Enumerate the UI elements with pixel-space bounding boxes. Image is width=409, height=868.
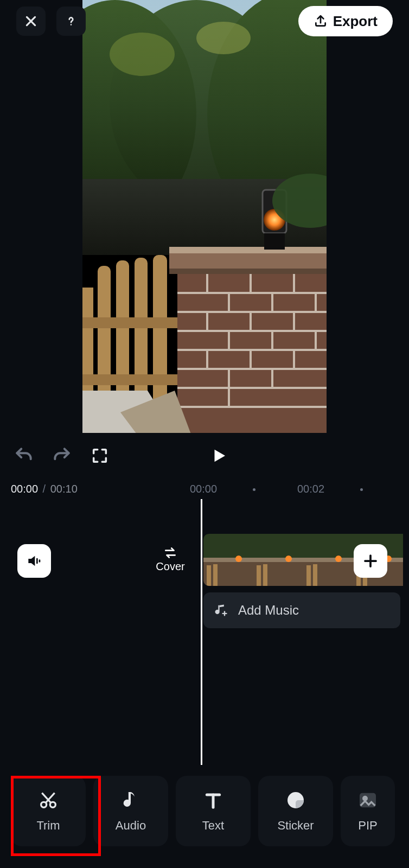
help-icon [64,14,78,28]
add-music-button[interactable]: Add Music [203,592,400,628]
svg-rect-70 [303,534,353,560]
svg-rect-8 [177,274,327,433]
svg-rect-62 [207,565,211,586]
svg-point-67 [285,556,292,562]
svg-point-94 [363,796,367,800]
play-button[interactable] [207,444,231,468]
sticker-icon [285,789,306,811]
svg-point-61 [235,556,242,562]
svg-rect-75 [313,564,317,586]
svg-rect-72 [303,558,353,562]
image-icon [357,789,379,811]
svg-rect-69 [263,564,267,586]
plus-icon [362,553,379,569]
svg-point-73 [335,556,342,562]
close-button[interactable] [16,7,46,36]
bottom-toolbar: Trim Audio Text Sticker PIP [0,776,409,853]
ruler-dot-1 [253,488,255,491]
play-icon [209,446,228,465]
svg-rect-34 [169,247,327,253]
ruler-dot-3 [360,488,363,491]
music-add-icon [213,603,228,618]
svg-rect-66 [253,558,303,562]
timeline: Cover [0,534,409,588]
speaker-icon [25,552,43,570]
tool-text[interactable]: Text [176,776,251,846]
cover-label: Cover [156,560,184,573]
transport-bar [0,441,409,471]
swap-icon [163,547,177,559]
svg-rect-74 [306,565,311,586]
undo-button[interactable] [12,444,36,468]
text-icon [202,789,224,811]
ruler-mark-2: 00:02 [297,483,324,495]
svg-rect-47 [264,233,285,250]
tool-label: Trim [36,819,60,833]
svg-point-4 [110,33,175,76]
clip-thumb [203,534,253,586]
tool-sticker[interactable]: Sticker [258,776,333,846]
export-icon [314,14,328,28]
cover-button[interactable]: Cover [145,534,195,586]
tool-trim[interactable]: Trim [11,776,86,846]
clip-thumb [303,534,353,586]
scissors-icon [37,789,59,811]
playhead[interactable] [201,499,202,765]
svg-rect-35 [169,269,327,274]
svg-rect-60 [203,558,253,562]
svg-rect-64 [253,534,303,560]
svg-rect-68 [257,565,261,586]
tool-label: Text [202,819,224,833]
svg-rect-57 [145,534,195,586]
fullscreen-icon [91,446,109,465]
timeline-ruler[interactable]: 00:00 00:02 [0,483,409,496]
svg-rect-52 [36,558,38,564]
svg-rect-58 [203,534,253,560]
svg-point-51 [71,24,72,25]
redo-button[interactable] [50,444,74,468]
mute-button[interactable] [17,544,51,578]
svg-rect-41 [82,317,177,328]
export-label: Export [333,13,378,30]
tool-label: Sticker [277,819,314,833]
svg-rect-42 [82,374,177,385]
export-button[interactable]: Export [298,6,393,36]
ruler-mark-0: 00:00 [190,483,217,495]
tool-label: PIP [358,819,377,833]
top-bar: Export [0,4,409,38]
svg-rect-53 [39,559,41,562]
undo-icon [14,445,34,466]
svg-rect-63 [213,564,218,586]
add-music-label: Add Music [238,603,299,618]
video-preview[interactable] [82,0,327,433]
tool-audio[interactable]: Audio [93,776,168,846]
tool-pip[interactable]: PIP [341,776,395,846]
clip-thumb [253,534,303,586]
fullscreen-button[interactable] [88,444,112,468]
help-button[interactable] [56,7,86,36]
music-note-icon [120,789,142,811]
tool-label: Audio [116,819,146,833]
close-icon [24,14,38,28]
redo-icon [52,445,72,466]
add-clip-button[interactable] [354,544,387,578]
